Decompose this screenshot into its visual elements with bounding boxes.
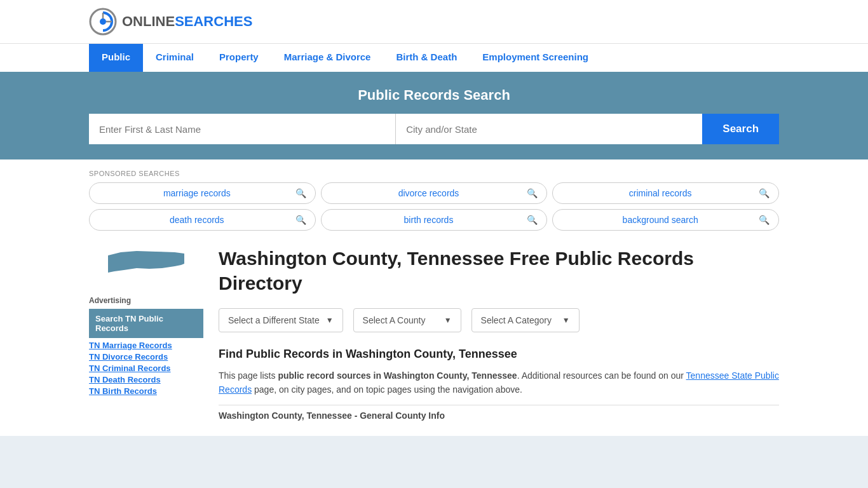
search-icon-marriage: 🔍 bbox=[295, 188, 306, 198]
category-dropdown[interactable]: Select A Category ▼ bbox=[471, 308, 580, 332]
sidebar-link-criminal[interactable]: TN Criminal Records bbox=[89, 363, 203, 373]
sidebar: Advertising Search TN Public Records TN … bbox=[89, 246, 203, 398]
sponsored-pill-text-background: background search bbox=[562, 215, 759, 225]
section-divider bbox=[219, 405, 779, 405]
sponsored-pill-marriage[interactable]: marriage records 🔍 bbox=[89, 182, 316, 204]
category-dropdown-label: Select A Category bbox=[481, 315, 552, 325]
find-description-bold1: public record sources in Washington Coun… bbox=[278, 370, 517, 381]
find-description-part3: page, on city pages, and on topic pages … bbox=[252, 384, 522, 395]
state-dropdown-label: Select a Different State bbox=[228, 315, 320, 325]
search-banner-title: Public Records Search bbox=[89, 87, 779, 104]
main-content: SPONSORED SEARCHES marriage records 🔍 di… bbox=[0, 159, 868, 436]
search-icon-background: 🔍 bbox=[759, 215, 770, 225]
sponsored-pill-birth[interactable]: birth records 🔍 bbox=[321, 209, 548, 231]
find-title: Find Public Records in Washington County… bbox=[219, 348, 779, 361]
find-description-part2: . Additional resources can be found on o… bbox=[517, 370, 686, 381]
tennessee-state-shape bbox=[105, 246, 187, 284]
content-row: Advertising Search TN Public Records TN … bbox=[89, 246, 779, 421]
sponsored-pill-death[interactable]: death records 🔍 bbox=[89, 209, 316, 231]
sponsored-pill-text-birth: birth records bbox=[330, 215, 527, 225]
search-icon-birth: 🔍 bbox=[527, 215, 538, 225]
nav-item-marriage-divorce[interactable]: Marriage & Divorce bbox=[271, 44, 384, 72]
sponsored-pill-text-marriage: marriage records bbox=[98, 188, 295, 198]
sidebar-advertising-label: Advertising bbox=[89, 296, 203, 305]
sidebar-link-marriage[interactable]: TN Marriage Records bbox=[89, 341, 203, 350]
state-dropdown[interactable]: Select a Different State ▼ bbox=[219, 308, 343, 332]
sponsored-pill-divorce[interactable]: divorce records 🔍 bbox=[321, 182, 548, 204]
nav-item-birth-death[interactable]: Birth & Death bbox=[383, 44, 470, 72]
search-form: Search bbox=[89, 114, 779, 144]
sponsored-label: SPONSORED SEARCHES bbox=[89, 170, 779, 177]
state-dropdown-arrow: ▼ bbox=[326, 316, 334, 325]
find-description-part1: This page lists bbox=[219, 370, 278, 381]
sponsored-grid: marriage records 🔍 divorce records 🔍 cri… bbox=[89, 182, 779, 231]
county-dropdown-label: Select A County bbox=[363, 315, 426, 325]
main-nav: Public Criminal Property Marriage & Divo… bbox=[0, 43, 868, 72]
logo-text: ONLINESEARCHES bbox=[122, 13, 252, 30]
article-title: Washington County, Tennessee Free Public… bbox=[219, 246, 779, 295]
sidebar-link-birth[interactable]: TN Birth Records bbox=[89, 386, 203, 396]
logo[interactable]: ONLINESEARCHES bbox=[89, 8, 252, 36]
find-description: This page lists public record sources in… bbox=[219, 369, 779, 397]
header: ONLINESEARCHES bbox=[0, 0, 868, 43]
sponsored-pill-background[interactable]: background search 🔍 bbox=[552, 209, 779, 231]
sponsored-pill-text-criminal: criminal records bbox=[562, 188, 759, 198]
svg-point-1 bbox=[100, 18, 106, 25]
county-dropdown-arrow: ▼ bbox=[444, 316, 452, 325]
category-dropdown-arrow: ▼ bbox=[562, 316, 570, 325]
section-subtitle: Washington County, Tennessee - General C… bbox=[219, 410, 779, 421]
location-search-input[interactable] bbox=[396, 114, 702, 144]
nav-item-property[interactable]: Property bbox=[207, 44, 271, 72]
dropdowns-row: Select a Different State ▼ Select A Coun… bbox=[219, 308, 779, 332]
search-icon-criminal: 🔍 bbox=[759, 188, 770, 198]
sidebar-link-divorce[interactable]: TN Divorce Records bbox=[89, 352, 203, 362]
logo-icon bbox=[89, 8, 117, 36]
nav-item-employment[interactable]: Employment Screening bbox=[470, 44, 601, 72]
sponsored-pill-text-divorce: divorce records bbox=[330, 188, 527, 198]
nav-item-public[interactable]: Public bbox=[89, 44, 143, 72]
sponsored-pill-text-death: death records bbox=[98, 215, 295, 225]
search-icon-death: 🔍 bbox=[295, 215, 306, 225]
sidebar-link-death[interactable]: TN Death Records bbox=[89, 375, 203, 384]
article: Washington County, Tennessee Free Public… bbox=[219, 246, 779, 421]
search-banner: Public Records Search Search bbox=[0, 72, 868, 159]
name-search-input[interactable] bbox=[89, 114, 396, 144]
sponsored-pill-criminal[interactable]: criminal records 🔍 bbox=[552, 182, 779, 204]
county-dropdown[interactable]: Select A County ▼ bbox=[353, 308, 461, 332]
search-button[interactable]: Search bbox=[702, 114, 779, 144]
nav-item-criminal[interactable]: Criminal bbox=[143, 44, 207, 72]
search-icon-divorce: 🔍 bbox=[527, 188, 538, 198]
sidebar-ad-item[interactable]: Search TN Public Records bbox=[89, 309, 203, 338]
state-map bbox=[89, 246, 203, 286]
